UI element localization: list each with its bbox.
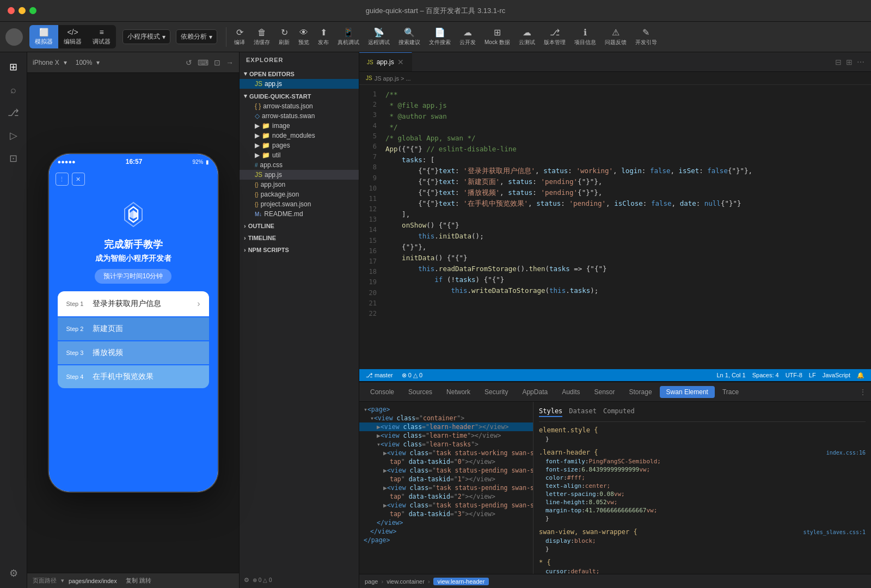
preview-btn[interactable]: 👁 预览 — [298, 28, 309, 46]
dom-line-container[interactable]: ▾<view class="container"> — [359, 414, 533, 422]
simulator-btn[interactable]: ⬜ 模拟器 — [29, 25, 58, 48]
style-file-link[interactable]: index.css:16 — [826, 450, 866, 456]
editor-btn[interactable]: </> 编辑器 — [58, 25, 87, 48]
timeline-header[interactable]: › TIMELINE — [240, 233, 359, 243]
minimize-dot[interactable] — [19, 7, 26, 14]
dom-line-page[interactable]: ▾<page> — [359, 405, 533, 414]
tab-appdata[interactable]: AppData — [516, 386, 554, 398]
tab-security[interactable]: Security — [478, 386, 514, 398]
cloud-dev-btn[interactable]: ☁ 云开发 — [459, 27, 476, 46]
dom-line-close-page[interactable]: </page> — [359, 536, 533, 544]
folder-image[interactable]: ▶ 📁 image — [240, 121, 359, 131]
file-arrow-status-swan[interactable]: ◇ arrow-status.swan — [240, 111, 359, 121]
tab-console[interactable]: Console — [364, 386, 401, 398]
dom-line-task-2a[interactable]: ▶<view class="task status-pending swan-s… — [359, 483, 533, 492]
tab-audits[interactable]: Audits — [555, 386, 586, 398]
file-app-js[interactable]: JS app.js — [240, 170, 359, 180]
breadcrumb-learn-header[interactable]: view.learn-header — [433, 578, 489, 585]
dom-line-close-tasks[interactable]: </view> — [359, 518, 533, 527]
maximize-dot[interactable] — [29, 7, 36, 14]
project-header[interactable]: ▾ GUIDE-QUICK-START — [240, 91, 359, 101]
tab-dataset[interactable]: Dataset — [569, 407, 597, 417]
file-project-swan-json[interactable]: {} project.swan.json — [240, 199, 359, 209]
breadcrumb-container[interactable]: view.container — [387, 578, 425, 585]
tab-styles[interactable]: Styles — [539, 407, 562, 417]
issue-feedback-btn[interactable]: ⚠ 问题反馈 — [605, 27, 627, 46]
tab-computed[interactable]: Computed — [603, 407, 635, 417]
forward-icon[interactable]: → — [226, 58, 234, 67]
split-editor-btn[interactable]: ⊟ — [835, 58, 842, 66]
activity-files[interactable]: ⊞ — [3, 57, 24, 77]
activity-extensions[interactable]: ⊡ — [3, 148, 24, 169]
open-file-item[interactable]: JS app.js — [240, 79, 359, 89]
refresh-btn[interactable]: ↻ 刷新 — [279, 27, 290, 46]
language-mode[interactable]: JavaScript — [823, 372, 850, 379]
compile-btn[interactable]: ⟳ 编译 — [234, 27, 245, 46]
folder-pages[interactable]: ▶ 📁 pages — [240, 140, 359, 150]
search-suggest-btn[interactable]: 🔍 搜索建议 — [398, 27, 420, 46]
tab-trace[interactable]: Trace — [716, 386, 745, 398]
tab-swan-element[interactable]: Swan Element — [660, 386, 715, 398]
file-arrow-status-json[interactable]: { } arrow-status.json — [240, 101, 359, 111]
phone-step-1[interactable]: Step 1 登录并获取用户信息 › — [58, 291, 209, 316]
file-app-css[interactable]: # app.css — [240, 160, 359, 170]
device-selector[interactable]: iPhone X — [33, 59, 59, 66]
file-readme[interactable]: M↓ README.md — [240, 209, 359, 219]
screenshot-icon[interactable]: ⌨ — [198, 58, 208, 67]
real-debug-btn[interactable]: 📱 真机调试 — [338, 27, 359, 46]
outline-header[interactable]: › OUTLINE — [240, 221, 359, 231]
style-file-link-2[interactable]: styles_slaves.css:1 — [803, 529, 866, 535]
clear-cache-btn[interactable]: 🗑 清缓存 — [254, 28, 270, 46]
tab-close-btn[interactable]: ✕ — [397, 58, 404, 66]
activity-search[interactable]: ⌕ — [3, 79, 24, 100]
copy-icon[interactable]: ⊡ — [214, 58, 220, 67]
dom-line-close-container[interactable]: </view> — [359, 527, 533, 536]
rotate-icon[interactable]: ↺ — [186, 58, 192, 67]
tab-sensor[interactable]: Sensor — [588, 386, 622, 398]
version-mgr-btn[interactable]: ⎇ 版本管理 — [544, 27, 566, 46]
mock-data-btn[interactable]: ⊞ Mock 数据 — [484, 27, 510, 46]
dom-line-task-3b[interactable]: tap" data-taskid="3"></view> — [359, 510, 533, 518]
tab-sources[interactable]: Sources — [402, 386, 439, 398]
publish-btn[interactable]: ⬆ 发布 — [318, 27, 329, 46]
close-dot[interactable] — [8, 7, 15, 14]
project-info-btn[interactable]: ℹ 项目信息 — [574, 27, 596, 46]
tab-network[interactable]: Network — [440, 386, 477, 398]
mode-dropdown[interactable]: 小程序模式 ▾ — [122, 29, 170, 44]
tab-storage[interactable]: Storage — [623, 386, 659, 398]
devtools-more-icon[interactable]: ⋮ — [859, 388, 867, 396]
dom-line-task-1b[interactable]: tap" data-taskid="1"></view> — [359, 475, 533, 483]
activity-settings[interactable]: ⚙ — [3, 563, 24, 584]
breadcrumb-page[interactable]: page — [365, 578, 378, 585]
code-content[interactable]: 12345 678910 1112131415 1617181920 2122 … — [359, 85, 871, 369]
folder-node-modules[interactable]: ▶ 📁 node_modules — [240, 131, 359, 140]
activity-debug[interactable]: ▷ — [3, 125, 24, 146]
phone-step-3[interactable]: Step 3 播放视频 — [58, 341, 209, 364]
editor-layout-btn[interactable]: ⊞ — [846, 58, 852, 66]
activity-git[interactable]: ⎇ — [3, 102, 24, 123]
file-package-json[interactable]: {} package.json — [240, 189, 359, 199]
dom-line-task-3a[interactable]: ▶<view class="task status-pending swan-s… — [359, 501, 533, 510]
folder-util[interactable]: ▶ 📁 util — [240, 150, 359, 160]
debugger-btn[interactable]: ≡ 调试器 — [87, 25, 116, 48]
more-actions-btn[interactable]: ⋯ — [857, 58, 864, 66]
tab-app-js[interactable]: JS app.js ✕ — [359, 52, 412, 71]
file-app-json[interactable]: {} app.json — [240, 180, 359, 189]
remote-debug-btn[interactable]: 📡 远程调试 — [368, 27, 390, 46]
dev-guide-btn[interactable]: ✎ 开发引导 — [635, 27, 657, 46]
phone-step-2[interactable]: Step 2 新建页面 — [58, 317, 209, 340]
file-search-btn[interactable]: 📄 文件搜索 — [429, 27, 451, 46]
open-editors-header[interactable]: ▾ OPEN EDITORS — [240, 69, 359, 79]
avatar[interactable] — [5, 28, 23, 46]
dependency-dropdown[interactable]: 依赖分析 ▾ — [176, 29, 217, 44]
phone-step-4[interactable]: Step 4 在手机中预览效果 — [58, 365, 209, 388]
dom-line-learn-tasks[interactable]: ▾<view class="learn-tasks"> — [359, 440, 533, 449]
dom-line-learn-header[interactable]: ▶<view class="learn-header"></view> — [359, 422, 533, 431]
dom-line-task-0a[interactable]: ▶<view class="task status-working swan-s… — [359, 449, 533, 457]
npm-header[interactable]: › NPM SCRIPTS — [240, 245, 359, 255]
dom-line-task-2b[interactable]: tap" data-taskid="2"></view> — [359, 492, 533, 501]
dom-line-task-1a[interactable]: ▶<view class="task status-pending swan-s… — [359, 466, 533, 475]
dom-line-task-0b[interactable]: tap" data-taskid="0"></view> — [359, 457, 533, 466]
dom-line-learn-time[interactable]: ▶<view class="learn-time"></view> — [359, 431, 533, 440]
cloud-test-btn[interactable]: ☁ 云测试 — [519, 27, 535, 46]
